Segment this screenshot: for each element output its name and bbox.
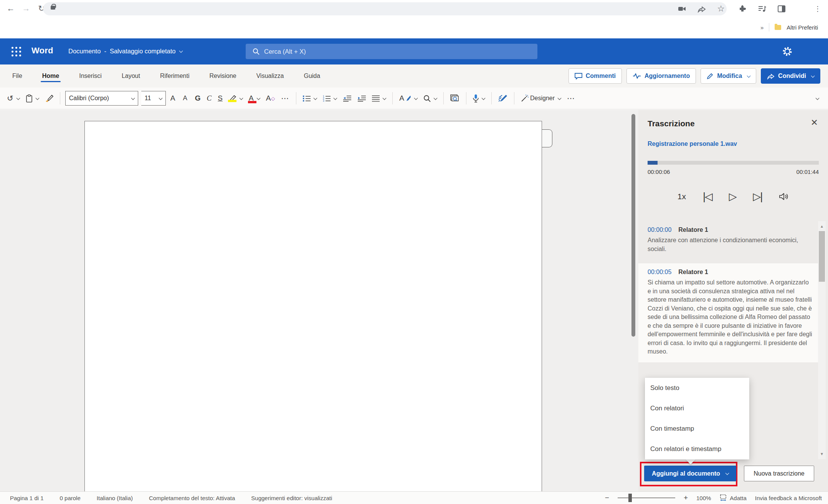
more-font-options-button[interactable]: ⋯ [279,91,291,106]
playback-speed-button[interactable]: 1x [678,192,686,201]
tab-revisione[interactable]: Revisione [208,66,237,86]
font-color-button[interactable]: A [247,91,261,106]
browser-forward-button[interactable]: → [20,2,32,15]
font-size-select[interactable]: 11 [141,91,166,106]
share-button[interactable]: Condividi [761,68,820,84]
italic-button[interactable]: C [205,91,213,106]
updates-button[interactable]: Aggiornamento [626,68,696,84]
zoom-out-button[interactable]: − [605,494,609,502]
paste-button[interactable] [24,91,40,106]
immersive-reader-button[interactable] [449,91,461,106]
editing-mode-button[interactable]: Modifica [701,68,756,84]
bullets-button[interactable] [301,91,318,106]
numbering-button[interactable]: 123 [321,91,338,106]
line-spacing-button[interactable] [370,91,387,106]
tab-inserisci[interactable]: Inserisci [78,66,102,86]
feedback-link[interactable]: Invia feedback a Microsoft [755,495,822,501]
grow-font-button[interactable]: A [169,91,178,106]
side-panel-icon[interactable] [777,4,786,13]
increase-indent-button[interactable] [356,91,367,106]
scrollbar-thumb[interactable] [819,231,825,282]
document-title[interactable]: Documento - Salvataggio completato [68,48,182,55]
designer-button[interactable]: Designer [519,91,562,106]
search-icon [253,48,259,55]
chevron-down-icon [383,96,387,100]
clear-formatting-button[interactable]: A◇ [264,91,277,106]
document-name[interactable]: Documento [68,48,101,55]
editor-button[interactable] [497,91,509,106]
undo-button[interactable]: ↺ [5,91,21,106]
search-input[interactable]: Cerca (Alt + X) [246,44,537,59]
page-count[interactable]: Pagina 1 di 1 [10,495,44,501]
audio-progress-bar[interactable] [648,161,819,165]
decrease-indent-button[interactable] [341,91,353,106]
styles-button[interactable]: A [398,91,419,106]
more-toolbar-options-button[interactable]: ⋯ [565,91,577,106]
zoom-slider[interactable] [618,497,675,498]
document-scrollbar[interactable] [631,114,635,337]
tab-home[interactable]: Home [41,66,60,86]
new-transcription-button[interactable]: Nuova trascrizione [744,466,814,481]
entry-timestamp[interactable]: 00:00:05 [648,269,671,276]
scroll-up-icon[interactable]: ▲ [818,224,826,228]
menu-item-con-relatori[interactable]: Con relatori [645,398,749,418]
dictate-button[interactable] [471,91,486,106]
entry-text: Analizzare con attenzione i condizioname… [648,236,813,253]
recording-file-link[interactable]: Registrazione personale 1.wav [648,140,737,147]
bookmark-star-icon[interactable]: ☆ [716,4,726,13]
settings-gear-icon[interactable] [782,46,793,57]
document-page[interactable] [84,121,542,491]
transcript-scrollbar[interactable]: ▲ ▼ [818,221,826,459]
transcript-entry[interactable]: 00:00:00 Relatore 1 Analizzare con atten… [648,226,813,253]
editor-suggestions-status[interactable]: Suggerimenti editor: visualizzati [251,495,332,501]
zoom-slider-thumb[interactable] [628,494,632,502]
browser-back-button[interactable]: ← [5,2,17,15]
zoom-in-button[interactable]: + [684,494,688,502]
highlight-button[interactable] [227,91,244,106]
other-bookmarks-label[interactable]: Altri Preferiti [787,24,818,31]
scroll-down-icon[interactable]: ▼ [818,452,826,456]
address-bar[interactable] [43,2,727,15]
transcript-entry-active[interactable]: 00:00:05 Relatore 1 Si chiama un impatto… [638,263,818,362]
shrink-font-button[interactable]: A [181,91,190,106]
skip-back-icon[interactable]: |◁ [703,190,712,203]
bold-button[interactable]: G [193,91,202,106]
zoom-level[interactable]: 100% [696,495,711,501]
camera-icon[interactable] [678,4,687,13]
bulleted-list-icon [303,95,311,102]
extensions-puzzle-icon[interactable] [738,4,747,13]
tab-guida[interactable]: Guida [303,66,321,86]
fit-width-button[interactable]: Adatta [719,494,746,501]
app-launcher-icon[interactable] [12,47,21,57]
menu-item-con-timestamp[interactable]: Con timestamp [645,418,749,439]
language-status[interactable]: Italiano (Italia) [97,495,133,501]
play-icon[interactable]: ▷ [729,190,736,203]
underline-button[interactable]: S [216,91,224,106]
browser-menu-icon[interactable]: ⋮ [813,4,822,13]
chevron-down-icon[interactable] [179,49,183,53]
ribbon-tab-bar: File Home Inserisci Layout Riferimenti R… [0,64,828,88]
skip-forward-icon[interactable]: ▷| [753,190,762,203]
playlist-icon[interactable] [758,4,767,13]
close-icon[interactable]: ✕ [811,118,818,127]
collapse-ribbon-button[interactable] [814,95,819,102]
format-painter-button[interactable] [43,91,55,106]
tab-file[interactable]: File [12,66,23,86]
tab-riferimenti[interactable]: Riferimenti [159,66,190,86]
menu-item-solo-testo[interactable]: Solo testo [645,378,749,398]
share-icon[interactable] [697,4,706,13]
add-to-document-button[interactable]: Aggiungi al documento [644,466,736,481]
text-completion-status[interactable]: Completamento del testo: Attivata [149,495,235,501]
word-count[interactable]: 0 parole [60,495,81,501]
page-margin-tab[interactable] [542,129,552,147]
app-name[interactable]: Word [31,46,53,56]
volume-icon[interactable] [779,192,789,201]
font-name-select[interactable]: Calibri (Corpo) [65,91,138,106]
menu-item-con-relatori-e-timestamp[interactable]: Con relatori e timestamp [645,439,749,459]
tab-layout[interactable]: Layout [121,66,141,86]
bookmarks-overflow-chevron[interactable]: » [760,24,764,31]
tab-visualizza[interactable]: Visualizza [256,66,285,86]
entry-timestamp[interactable]: 00:00:00 [648,226,671,233]
find-button[interactable] [422,91,438,106]
comments-button[interactable]: Commenti [569,68,622,84]
